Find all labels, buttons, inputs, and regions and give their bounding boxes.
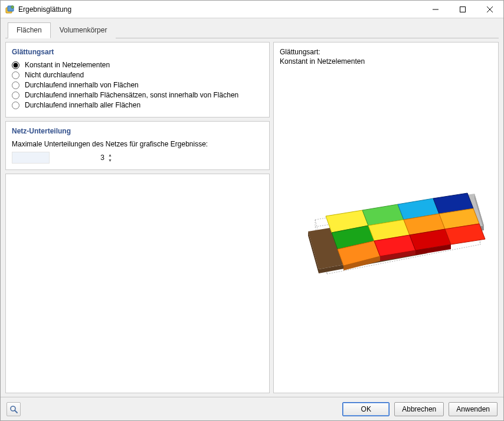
radio-cont-all[interactable]: Durchlaufend innerhalb aller Flächen [12,101,263,109]
subdivision-input[interactable] [12,152,108,163]
tab-solids-label: Volumenkörper [60,26,107,34]
preview-card: Glättungsart: Konstant in Netzelementen [273,42,499,393]
app-icon [5,5,15,14]
cancel-button[interactable]: Abbrechen [394,402,444,416]
ok-button[interactable]: OK [342,402,390,416]
stepper-buttons: ▲ ▼ [108,152,112,163]
radio-cont-surfacesets-label: Durchlaufend innerhalb Flächensätzen, so… [25,91,238,99]
ok-button-label: OK [361,405,371,413]
titlebar: Ergebnisglättung [1,1,503,18]
preview-label-line1: Glättungsart: [280,48,320,56]
content: Flächen Volumenkörper Glättungsart Konst… [1,18,503,397]
panels: Glättungsart Konstant in Netzelementen N… [5,38,499,397]
subdivision-stepper[interactable]: ▲ ▼ [12,152,50,164]
help-button[interactable] [6,402,21,416]
window-title: Ergebnisglättung [18,5,71,14]
apply-button-label: Anwenden [456,405,490,413]
left-column: Glättungsart Konstant in Netzelementen N… [5,42,270,393]
tab-solids[interactable]: Volumenkörper [51,22,116,38]
radio-cont-all-label: Durchlaufend innerhalb aller Flächen [25,101,140,109]
radio-cont-surfacesets[interactable]: Durchlaufend innerhalb Flächensätzen, so… [12,91,263,99]
magnifier-icon [9,405,18,413]
minimize-button[interactable] [422,1,449,18]
radio-cont-surfacesets-input[interactable] [12,92,19,99]
smoothing-radios: Konstant in Netzelementen Nicht durchlau… [12,61,263,109]
window: Ergebnisglättung Flächen Volumenkörper G… [0,0,504,421]
maximize-button[interactable] [449,1,476,18]
radio-cont-surfaces[interactable]: Durchlaufend innerhalb von Flächen [12,81,263,89]
subdivision-card: Netz-Unterteilung Maximale Unterteilunge… [5,121,270,170]
radio-non-cont-label: Nicht durchlaufend [25,71,84,79]
stepper-down[interactable]: ▼ [108,158,112,163]
tab-surfaces[interactable]: Flächen [8,22,51,38]
right-column: Glättungsart: Konstant in Netzelementen [273,42,499,393]
tab-surfaces-label: Flächen [17,26,42,34]
footer: OK Abbrechen Anwenden [1,397,503,420]
svg-point-2 [11,5,14,8]
cancel-button-label: Abbrechen [402,405,436,413]
preview-label: Glättungsart: Konstant in Netzelementen [280,47,492,66]
apply-button[interactable]: Anwenden [449,402,498,416]
radio-non-cont[interactable]: Nicht durchlaufend [12,71,263,79]
radio-cont-surfaces-label: Durchlaufend innerhalb von Flächen [25,81,139,89]
radio-cont-all-input[interactable] [12,102,19,109]
radio-non-cont-input[interactable] [12,71,19,79]
radio-const-elems[interactable]: Konstant in Netzelementen [12,61,263,69]
stepper-up[interactable]: ▲ [108,152,112,158]
svg-rect-3 [460,6,466,12]
radio-cont-surfaces-input[interactable] [12,81,19,89]
smoothing-section-title: Glättungsart [12,48,263,56]
preview-label-line2: Konstant in Netzelementen [280,57,365,66]
close-button[interactable] [476,1,503,18]
subdivision-label: Maximale Unterteilungen des Netzes für g… [12,140,263,148]
radio-const-elems-label: Konstant in Netzelementen [25,61,110,69]
tab-bar: Flächen Volumenkörper [5,22,499,38]
radio-const-elems-input[interactable] [12,61,19,69]
smoothing-card: Glättungsart Konstant in Netzelementen N… [5,42,270,118]
subdivision-section-title: Netz-Unterteilung [12,127,263,135]
blank-card [5,174,270,393]
preview-illustration [280,155,492,285]
